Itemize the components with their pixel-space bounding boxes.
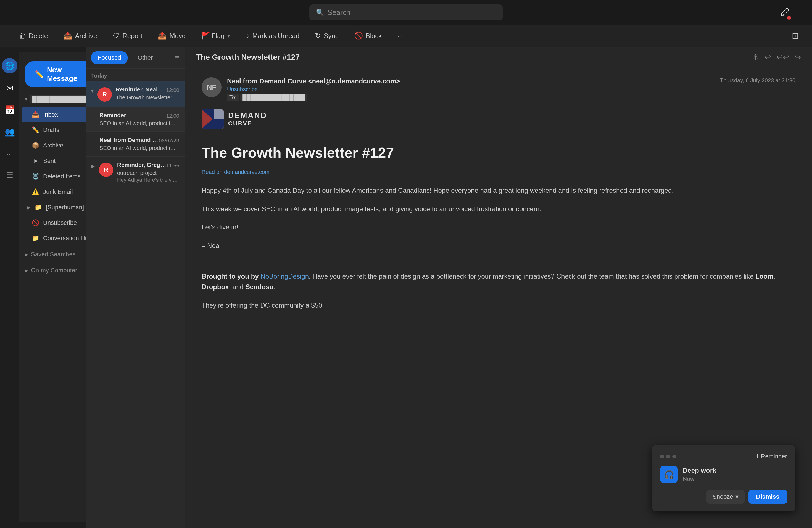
email-date-label: Today	[86, 69, 185, 81]
mark-unread-button[interactable]: ○ Mark as Unread	[237, 28, 307, 43]
sidebar-item-unsubscribe[interactable]: 🚫 Unsubscribe	[21, 216, 86, 230]
account-globe-icon[interactable]: 🌐	[2, 58, 17, 73]
expand-chevron-icon-1: ▾	[91, 88, 93, 94]
flag-icon: 🚩	[201, 31, 210, 40]
dismiss-button[interactable]: Dismiss	[749, 490, 787, 504]
email-item-4[interactable]: ▶ R Reminder, Greg Digneo 11:55 outreach…	[86, 157, 185, 188]
sender-info: Neal from Demand Curve <neal@n.demandcur…	[227, 77, 714, 101]
deleted-icon: 🗑️	[31, 173, 39, 180]
sponsor-comma2: , and	[229, 283, 246, 291]
email-content-1: Reminder, Neal from Demand Curve 12:00 T…	[116, 86, 179, 101]
block-button[interactable]: 🚫 Block	[346, 28, 390, 43]
email-para-3: Let's dive in!	[202, 222, 795, 233]
email-item-2[interactable]: Reminder 12:00 SEO in an AI world, produ…	[86, 107, 185, 132]
avatar-1: R	[98, 87, 112, 102]
delete-button[interactable]: 🗑 Delete	[11, 28, 56, 43]
toast-dot-3	[672, 455, 676, 458]
more-nav-icon[interactable]: ···	[4, 147, 15, 160]
flag-button[interactable]: 🚩 Flag ▾	[193, 28, 237, 43]
account-row[interactable]: ▾ ████████████████	[19, 92, 86, 107]
toolbar: 🗑 Delete 📥 Archive 🛡 Report 📤 Move 🚩 Fla…	[0, 25, 812, 47]
report-icon: 🛡	[112, 31, 120, 40]
toast-app-icon: 🎧	[660, 466, 678, 483]
hamburger-icon[interactable]: ☰	[4, 168, 15, 182]
email-list-tabs: Focused Other ≡	[86, 47, 185, 69]
toast-dot-1	[660, 455, 664, 458]
sidebar-icon-strip: 🌐 ✉ 📅 👥 ··· ☰	[0, 53, 19, 523]
unsubscribe-link[interactable]: Unsubscribe	[227, 86, 714, 92]
archive-icon: 📥	[63, 31, 72, 40]
report-button[interactable]: 🛡 Report	[105, 28, 150, 43]
contacts-icon[interactable]: 👥	[2, 125, 17, 139]
brand-logo	[202, 109, 224, 129]
sender-name: Neal from Demand Curve <neal@n.demandcur…	[227, 77, 714, 85]
sync-button[interactable]: ↻ Sync	[307, 28, 346, 43]
expand-chevron-icon-4: ▶	[91, 163, 95, 169]
layout-icon[interactable]: ⊡	[789, 29, 801, 43]
more-button[interactable]: ···	[389, 29, 410, 43]
sidebar-item-deleted[interactable]: 🗑️ Deleted Items	[21, 169, 86, 184]
main-content: 🌐 ✉ 📅 👥 ··· ☰ ✏️ New Message ▾ █████████…	[0, 47, 812, 528]
search-bar[interactable]: 🔍 Search	[309, 4, 503, 20]
sender-avatar: NF	[202, 77, 221, 97]
snooze-chevron-icon: ▾	[736, 493, 739, 500]
to-address: ████████████████	[240, 93, 307, 101]
email-headline: The Growth Newsletter #127	[202, 144, 795, 161]
email-sponsor-dc: They're offering the DC community a $50	[202, 300, 795, 311]
email-from-row: NF Neal from Demand Curve <neal@n.demand…	[202, 77, 795, 101]
toast-notification: 1 Reminder 🎧 Deep work Now Snooze ▾ Dism…	[652, 445, 795, 511]
move-button[interactable]: 📤 Move	[150, 28, 193, 43]
brightness-icon[interactable]: ☀	[752, 53, 759, 62]
sidebar-nav: ✏️ New Message ▾ ████████████████ 📥 Inbo…	[19, 53, 86, 523]
saved-searches-header[interactable]: ▶ Saved Searches	[19, 246, 86, 262]
svg-rect-2	[214, 109, 224, 119]
to-row: To: ████████████████	[227, 94, 714, 101]
archive-button[interactable]: 📥 Archive	[56, 28, 105, 43]
filter-icon[interactable]: ≡	[175, 54, 179, 62]
reply-icon[interactable]: ↩	[765, 53, 771, 62]
brand-sub: CURVE	[228, 120, 267, 127]
email-logo-area: DEMAND CURVE	[202, 109, 795, 135]
sidebar-item-conv-history[interactable]: 📁 Conversation History	[21, 231, 86, 246]
sent-icon: ➤	[31, 157, 39, 165]
read-link[interactable]: Read on demandcurve.com	[202, 169, 795, 175]
sidebar-item-junk[interactable]: ⚠️ Junk Email	[21, 185, 86, 200]
sponsor-link[interactable]: NoBoringDesign	[260, 273, 309, 280]
calendar-icon[interactable]: 📅	[2, 103, 17, 117]
toast-dot-2	[666, 455, 670, 458]
new-message-button[interactable]: ✏️ New Message	[25, 61, 86, 87]
sidebar-item-superhuman-expand[interactable]: ▶ 📁 [Superhuman]	[21, 200, 86, 215]
on-my-computer-header[interactable]: ▶ On my Computer	[19, 262, 86, 278]
tab-focused[interactable]: Focused	[91, 52, 128, 64]
delete-icon: 🗑	[19, 31, 26, 40]
sidebar-item-drafts[interactable]: ✏️ Drafts	[21, 122, 86, 137]
junk-icon: ⚠️	[31, 188, 39, 195]
mail-icon[interactable]: ✉	[4, 81, 15, 95]
email-reading-pane: The Growth Newsletter #127 ☀ ↩ ↩↩ ↪ NF N…	[185, 47, 812, 528]
email-item-3[interactable]: Neal from Demand Curve 06/07/23 SEO in a…	[86, 132, 185, 157]
email-divider	[202, 261, 795, 261]
archive-nav-icon: 📦	[31, 142, 39, 149]
forward-icon[interactable]: ↪	[795, 53, 801, 62]
move-icon: 📤	[158, 31, 166, 40]
email-para-2: This week we cover SEO in an AI world, p…	[202, 204, 795, 214]
snooze-button[interactable]: Snooze ▾	[707, 490, 744, 504]
reply-all-icon[interactable]: ↩↩	[777, 53, 789, 62]
email-content-2: Reminder 12:00 SEO in an AI world, produ…	[99, 112, 179, 127]
drafts-icon: ✏️	[31, 127, 39, 134]
inbox-icon: 📥	[31, 111, 39, 118]
sponsor-sendoso: Sendoso	[246, 283, 273, 291]
sidebar-item-archive[interactable]: 📦 Archive 115	[21, 138, 86, 153]
on-my-computer-chevron-icon: ▶	[25, 268, 28, 273]
sidebar-item-inbox[interactable]: 📥 Inbox	[21, 107, 86, 122]
email-content-4: Reminder, Greg Digneo 11:55 outreach pro…	[117, 162, 179, 183]
tab-other[interactable]: Other	[131, 52, 159, 64]
sidebar: 🌐 ✉ 📅 👥 ··· ☰ ✏️ New Message ▾ █████████…	[0, 47, 86, 528]
sidebar-item-sent[interactable]: ➤ Sent	[21, 153, 86, 168]
toast-dots	[660, 455, 676, 458]
search-icon: 🔍	[316, 9, 324, 16]
email-item-1[interactable]: ▾ R Reminder, Neal from Demand Curve 12:…	[86, 81, 185, 107]
brand-name: DEMAND	[228, 111, 267, 120]
sponsor-comma1: ,	[773, 273, 775, 280]
email-para-1: Happy 4th of July and Canada Day to all …	[202, 185, 795, 196]
